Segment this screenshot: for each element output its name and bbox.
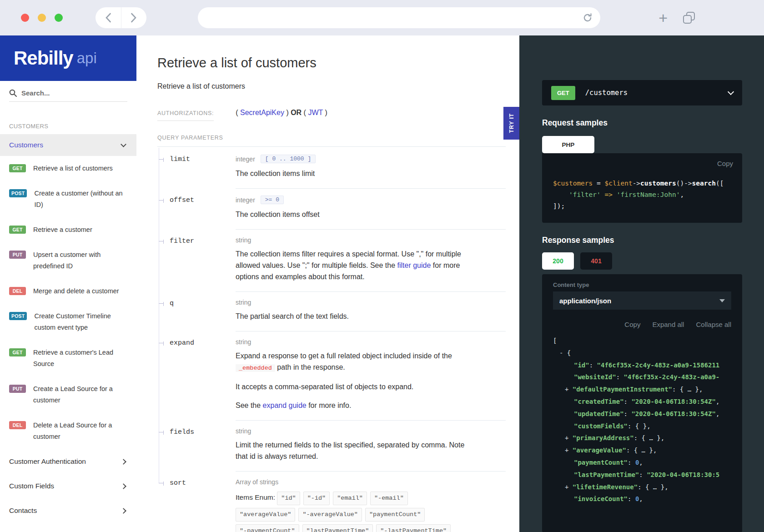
tab-php[interactable]: PHP	[542, 136, 594, 153]
method-badge: GET	[9, 226, 26, 234]
url-input[interactable]	[198, 7, 582, 28]
new-tab-button[interactable]: +	[658, 10, 668, 25]
param-row-q: q string The partial search of the text …	[157, 292, 506, 331]
tree-tick-icon	[159, 343, 164, 343]
sidebar-section-item[interactable]: Contacts	[0, 498, 136, 523]
toggle-node-icon[interactable]: +	[565, 434, 573, 442]
enum-value-chip: "averageValue"	[236, 508, 295, 522]
authorizations-row: AUTHORIZATIONS: ( SecretApiKey ) OR ( JW…	[157, 109, 506, 121]
param-description: See the expand guide for more info.	[236, 400, 468, 411]
content-type-label: Content type	[553, 281, 731, 288]
copy-request-button[interactable]: Copy	[717, 160, 733, 167]
logo-brand: Rebilly	[14, 47, 73, 69]
auth-link-jwt[interactable]: JWT	[308, 109, 323, 116]
param-description: The collection items filter requires a s…	[236, 248, 468, 282]
sidebar-endpoint-item[interactable]: DELDelete a Lead Source for a customer	[0, 413, 136, 449]
sidebar-endpoint-item[interactable]: POSTCreate Customer Timeline custom even…	[0, 304, 136, 340]
copy-response-button[interactable]: Copy	[624, 321, 640, 328]
tree-tick-icon	[159, 159, 164, 160]
tab-response-401[interactable]: 401	[580, 252, 612, 270]
enum-value-chip: "id"	[277, 492, 300, 505]
back-button[interactable]	[96, 7, 121, 28]
enum-value-chip: "-averageValue"	[298, 508, 362, 522]
param-range-badge: >= 0	[261, 196, 284, 204]
param-row-sort: sort Array of strings Items Enum: "id""-…	[157, 472, 506, 532]
main-content: Retrieve a list of customers Retrieve a …	[136, 35, 519, 532]
sidebar-endpoint-item[interactable]: DELMerge and delete a customer	[0, 279, 136, 304]
content-type-select[interactable]: application/json	[553, 291, 731, 310]
json-line: [	[553, 335, 731, 347]
page-title: Retrieve a list of customers	[157, 55, 506, 70]
param-type: string	[236, 427, 251, 435]
enum-value-chip: "email"	[333, 492, 367, 505]
sidebar-endpoint-item[interactable]: POSTCreate a customer (without an ID)	[0, 181, 136, 217]
forward-button[interactable]	[121, 7, 147, 28]
minimize-window-button[interactable]	[38, 14, 46, 22]
enum-value-chip: "paymentCount"	[365, 508, 425, 522]
tab-response-200[interactable]: 200	[542, 252, 574, 270]
endpoint-label: Retrieve a customer	[33, 224, 92, 236]
endpoint-list: GETRetrieve a list of customersPOSTCreat…	[0, 156, 136, 449]
sidebar-endpoint-item[interactable]: GETRetrieve a customer's Lead Source	[0, 340, 136, 376]
tree-tick-icon	[159, 200, 164, 201]
sidebar-endpoint-item[interactable]: PUTCreate a Lead Source for a customer	[0, 376, 136, 413]
toggle-node-icon[interactable]: -	[559, 349, 567, 356]
tab-overview-button[interactable]	[683, 12, 695, 24]
endpoint-bar[interactable]: GET /customers	[542, 80, 742, 105]
close-window-button[interactable]	[21, 14, 29, 22]
param-type: Array of strings	[236, 478, 278, 486]
code-line: 'filter' => 'firstName:John',	[553, 189, 734, 201]
expand-guide-link[interactable]: expand guide	[263, 402, 307, 409]
json-line: "createdTime": "2020-04-06T18:30:54Z",	[553, 396, 731, 408]
tree-tick-icon	[159, 303, 164, 304]
sidebar-endpoint-item[interactable]: GETRetrieve a list of customers	[0, 156, 136, 181]
param-name: expand	[170, 331, 236, 421]
try-it-button[interactable]: TRY IT	[503, 107, 519, 140]
sidebar-endpoint-item[interactable]: GETRetrieve a customer	[0, 217, 136, 242]
zoom-window-button[interactable]	[55, 14, 63, 22]
search-input[interactable]	[21, 89, 112, 97]
toggle-node-icon[interactable]: +	[565, 386, 573, 393]
param-description: Expand a response to get a full related …	[236, 350, 468, 374]
json-line: - {	[553, 347, 731, 359]
param-range-badge: [ 0 .. 1000 ]	[261, 155, 316, 163]
endpoint-label: Merge and delete a customer	[33, 286, 119, 297]
search-icon	[9, 89, 17, 97]
refresh-button[interactable]	[582, 12, 593, 23]
toggle-node-icon[interactable]: +	[565, 447, 573, 454]
page: + Rebilly api CUSTOMERS Customers GETRet…	[0, 0, 764, 532]
items-enum-label: Items Enum:	[236, 493, 275, 501]
filter-guide-link[interactable]: filter guide	[397, 261, 431, 269]
logo[interactable]: Rebilly api	[0, 35, 136, 81]
endpoint-label: Upsert a customer with predefined ID	[33, 249, 130, 272]
sidebar-section-item[interactable]: Customer Authentication	[0, 449, 136, 474]
chevron-right-icon	[131, 13, 137, 23]
chevron-left-icon	[105, 13, 111, 23]
sidebar-section-label: CUSTOMERS	[9, 123, 136, 130]
search-box[interactable]	[9, 89, 127, 102]
endpoint-label: Create a customer (without an ID)	[34, 188, 130, 211]
chevron-right-icon	[121, 508, 126, 514]
expand-all-button[interactable]: Expand all	[652, 321, 684, 328]
chevron-right-icon	[121, 483, 126, 489]
method-badge: POST	[9, 189, 27, 197]
param-row-filter: filter string The collection items filte…	[157, 230, 506, 292]
query-parameters-label: QUERY PARAMETERS	[157, 135, 506, 147]
param-name: q	[170, 292, 236, 331]
sidebar-section-item[interactable]: Custom Fields	[0, 474, 136, 498]
endpoint-label: Delete a Lead Source for a customer	[33, 420, 130, 442]
json-line: "invoiceCount": 0,	[553, 493, 731, 505]
request-samples-title: Request samples	[542, 118, 742, 128]
param-name: offset	[170, 189, 236, 230]
sidebar-endpoint-item[interactable]: PUTUpsert a customer with predefined ID	[0, 242, 136, 279]
json-controls: CopyExpand allCollapse all	[553, 321, 731, 328]
sidebar: Rebilly api CUSTOMERS Customers GETRetri…	[0, 35, 136, 532]
auth-link-secretapikey[interactable]: SecretApiKey	[240, 109, 284, 116]
sidebar-group-customers[interactable]: Customers	[0, 134, 136, 156]
response-tabs: 200 401	[542, 252, 764, 270]
tabs-icon	[683, 15, 692, 24]
parameters-table: limit integer[ 0 .. 1000 ] The collectio…	[157, 148, 506, 532]
collapse-all-button[interactable]: Collapse all	[696, 321, 731, 328]
toggle-node-icon[interactable]: +	[565, 483, 573, 491]
param-row-limit: limit integer[ 0 .. 1000 ] The collectio…	[157, 148, 506, 189]
